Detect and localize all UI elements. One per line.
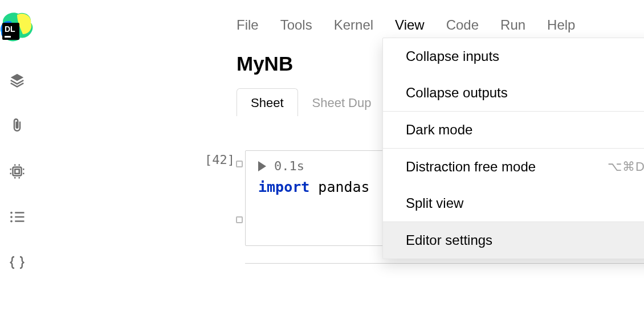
cpu-icon[interactable] — [7, 162, 27, 181]
logo-box-icon: DL — [2, 23, 19, 40]
menu-dark-mode[interactable]: Dark mode — [383, 112, 644, 148]
menu-file[interactable]: File — [237, 17, 259, 33]
app-logo[interactable]: DL — [0, 11, 34, 44]
list-icon[interactable] — [7, 207, 27, 227]
execution-count: [42] — [195, 150, 235, 246]
menu-view[interactable]: View — [395, 17, 425, 33]
view-dropdown: Collapse inputs Collapse outputs Dark mo… — [382, 38, 644, 259]
menu-split-view[interactable]: Split view — [383, 185, 644, 221]
svg-rect-2 — [15, 169, 19, 174]
menu-collapse-outputs[interactable]: Collapse outputs — [383, 75, 644, 111]
menu-code[interactable]: Code — [446, 17, 479, 33]
menu-kernel[interactable]: Kernel — [334, 17, 373, 33]
menu-collapse-inputs[interactable]: Collapse inputs — [383, 38, 644, 75]
attachment-icon[interactable] — [7, 116, 27, 136]
menu-distraction-free[interactable]: Distraction free mode ⌥⌘D — [383, 149, 644, 185]
braces-icon[interactable] — [7, 253, 27, 272]
main-area: File Tools Kernel View Code Run Help MyN… — [34, 0, 644, 320]
svg-point-13 — [10, 220, 13, 223]
collapse-handle-icon[interactable] — [236, 161, 243, 167]
menu-editor-settings[interactable]: Editor settings — [383, 222, 644, 259]
shortcut-label: ⌥⌘D — [608, 159, 644, 174]
cell-run-time: 0.1s — [274, 159, 304, 173]
next-cell-divider — [245, 263, 644, 286]
menubar: File Tools Kernel View Code Run Help — [34, 14, 644, 36]
svg-marker-0 — [11, 74, 24, 81]
menu-tools[interactable]: Tools — [280, 17, 312, 33]
svg-point-12 — [10, 216, 13, 218]
tab-sheet[interactable]: Sheet — [237, 88, 298, 116]
layers-icon[interactable] — [7, 71, 27, 90]
cell-gutter — [235, 150, 245, 246]
menu-run[interactable]: Run — [500, 17, 525, 33]
sidebar: DL — [0, 0, 34, 320]
svg-point-11 — [10, 212, 13, 214]
tab-sheet-dup[interactable]: Sheet Dup — [298, 88, 386, 116]
svg-rect-1 — [13, 167, 22, 176]
collapse-handle-icon[interactable] — [236, 216, 243, 223]
run-cell-icon[interactable] — [258, 161, 266, 171]
menu-help[interactable]: Help — [547, 17, 575, 33]
